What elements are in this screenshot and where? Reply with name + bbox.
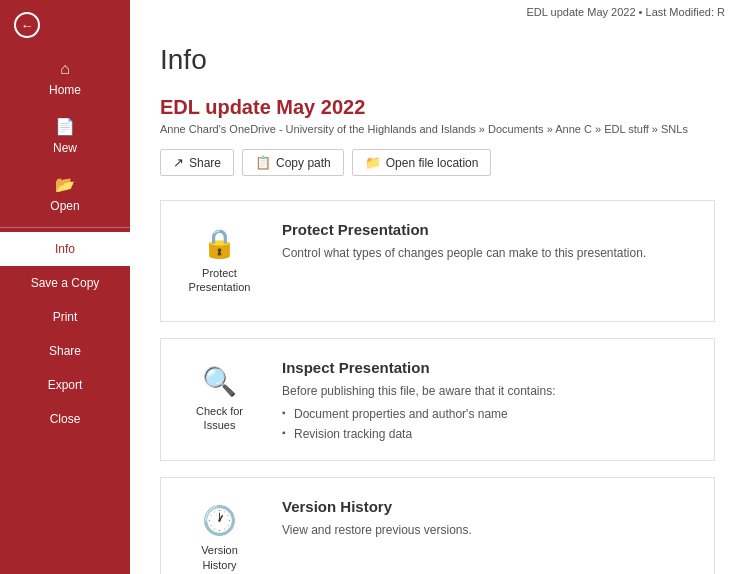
- content-area: Info EDL update May 2022 Anne Chard's On…: [130, 24, 745, 574]
- list-item: Document properties and author's name: [282, 404, 698, 424]
- sidebar-item-close[interactable]: Close: [0, 402, 130, 436]
- card-content-version: Version HistoryView and restore previous…: [282, 494, 698, 539]
- card-content-inspect: Inspect PresentationBefore publishing th…: [282, 355, 698, 445]
- open-location-label: Open file location: [386, 156, 479, 170]
- sidebar-label-open: Open: [50, 199, 79, 213]
- share-label: Share: [189, 156, 221, 170]
- sidebar-label-print: Print: [53, 310, 78, 324]
- file-status: EDL update May 2022 • Last Modified: R: [527, 6, 726, 18]
- card-content-protect: Protect PresentationControl what types o…: [282, 217, 698, 262]
- action-buttons: ↗ Share 📋 Copy path 📁 Open file location: [160, 149, 715, 176]
- file-path: Anne Chard's OneDrive - University of th…: [160, 123, 715, 135]
- sidebar-item-open[interactable]: 📂 Open: [0, 165, 130, 223]
- new-icon: 📄: [55, 117, 75, 136]
- card-icon-protect[interactable]: 🔒Protect Presentation: [177, 217, 262, 305]
- info-card-inspect: 🔍Check for IssuesInspect PresentationBef…: [160, 338, 715, 462]
- back-icon: ←: [14, 12, 40, 38]
- sidebar: ← ⌂ Home 📄 New 📂 Open Info Save a Copy P…: [0, 0, 130, 574]
- copy-icon: 📋: [255, 155, 271, 170]
- info-card-version: 🕐Version HistoryVersion HistoryView and …: [160, 477, 715, 574]
- sidebar-label-export: Export: [48, 378, 83, 392]
- sidebar-item-print[interactable]: Print: [0, 300, 130, 334]
- protect-icon: 🔒: [202, 227, 237, 260]
- cards-container: 🔒Protect PresentationProtect Presentatio…: [160, 200, 715, 574]
- card-icon-label-protect: Protect Presentation: [185, 266, 254, 295]
- file-title: EDL update May 2022: [160, 96, 715, 119]
- sidebar-label-share: Share: [49, 344, 81, 358]
- copy-path-label: Copy path: [276, 156, 331, 170]
- info-card-protect: 🔒Protect PresentationProtect Presentatio…: [160, 200, 715, 322]
- sidebar-label-info: Info: [55, 242, 75, 256]
- sidebar-item-new[interactable]: 📄 New: [0, 107, 130, 165]
- card-icon-label-version: Version History: [185, 543, 254, 572]
- card-title-version: Version History: [282, 498, 698, 515]
- sidebar-item-export[interactable]: Export: [0, 368, 130, 402]
- card-desc-version: View and restore previous versions.: [282, 521, 698, 539]
- sidebar-label-new: New: [53, 141, 77, 155]
- version-icon: 🕐: [202, 504, 237, 537]
- sidebar-divider: [0, 227, 130, 228]
- card-desc-protect: Control what types of changes people can…: [282, 244, 698, 262]
- inspect-icon: 🔍: [202, 365, 237, 398]
- copy-path-button[interactable]: 📋 Copy path: [242, 149, 344, 176]
- back-button[interactable]: ←: [0, 0, 130, 50]
- sidebar-item-share[interactable]: Share: [0, 334, 130, 368]
- top-bar: EDL update May 2022 • Last Modified: R: [130, 0, 745, 24]
- share-icon: ↗: [173, 155, 184, 170]
- sidebar-label-close: Close: [50, 412, 81, 426]
- card-title-inspect: Inspect Presentation: [282, 359, 698, 376]
- card-list-inspect: Document properties and author's nameRev…: [282, 404, 698, 445]
- sidebar-label-home: Home: [49, 83, 81, 97]
- card-desc-inspect: Before publishing this file, be aware th…: [282, 382, 698, 400]
- open-location-button[interactable]: 📁 Open file location: [352, 149, 492, 176]
- sidebar-item-home[interactable]: ⌂ Home: [0, 50, 130, 107]
- sidebar-nav: ⌂ Home 📄 New 📂 Open Info Save a Copy Pri…: [0, 50, 130, 574]
- folder-icon: 📁: [365, 155, 381, 170]
- main-panel: EDL update May 2022 • Last Modified: R I…: [130, 0, 745, 574]
- sidebar-item-info[interactable]: Info: [0, 232, 130, 266]
- card-title-protect: Protect Presentation: [282, 221, 698, 238]
- open-icon: 📂: [55, 175, 75, 194]
- sidebar-item-save-copy[interactable]: Save a Copy: [0, 266, 130, 300]
- card-icon-inspect[interactable]: 🔍Check for Issues: [177, 355, 262, 443]
- card-icon-version[interactable]: 🕐Version History: [177, 494, 262, 574]
- sidebar-label-save-copy: Save a Copy: [31, 276, 100, 290]
- share-button[interactable]: ↗ Share: [160, 149, 234, 176]
- list-item: Revision tracking data: [282, 424, 698, 444]
- home-icon: ⌂: [60, 60, 70, 78]
- card-icon-label-inspect: Check for Issues: [185, 404, 254, 433]
- page-title: Info: [160, 44, 715, 76]
